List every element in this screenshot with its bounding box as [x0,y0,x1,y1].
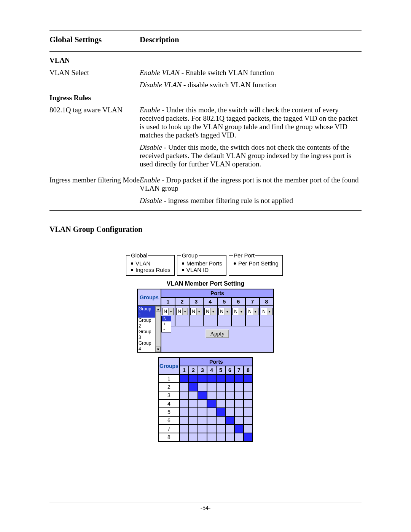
list-item[interactable]: Group 4 [138,340,155,352]
status-cell [198,425,207,433]
status-cell [189,408,198,416]
em-tagaware-disable: Disable [140,143,162,151]
group-listbox[interactable]: Group 1 Group 2 Group 3 Group 4 ▲ ▼ [137,306,161,352]
port2-select[interactable]: N▼ [176,308,188,315]
header-global-settings: Global Settings [49,34,140,48]
fieldset-global: Global VLAN Ingress Rules [126,252,175,276]
list-item[interactable]: Group 3 [138,329,155,340]
status-cell [244,433,253,441]
fieldset-row: Global VLAN Ingress Rules Group Member P… [126,252,285,276]
bottom-rule [49,210,362,211]
listbox-scrollbar[interactable]: ▲ ▼ [155,306,161,352]
apply-button[interactable]: Apply [206,329,229,338]
link-vlan[interactable]: VLAN [131,260,170,267]
mps-port-2: 2 [175,297,189,306]
link-ingress-rules[interactable]: Ingress Rules [131,267,170,273]
em-imf-disable: Disable [140,197,162,204]
status-cell [198,374,207,383]
select-option[interactable]: N [162,316,171,321]
port7-select[interactable]: N▼ [247,308,258,315]
status-cell [225,374,234,383]
status-port-5: 5 [216,366,225,374]
link-member-ports[interactable]: Member Ports [182,260,222,267]
fieldset-group: Group Member Ports VLAN ID [177,252,226,276]
port1-select-popup: N + - [161,316,171,332]
port1-select[interactable]: N▼ N + - [162,308,174,315]
status-port-2: 2 [189,366,198,374]
port4-select[interactable]: N▼ [204,308,216,315]
status-port-8: 8 [244,366,253,374]
status-cell [216,374,225,383]
select-option[interactable]: - [162,327,171,332]
mps-port-3: 3 [189,297,203,306]
status-cell [207,383,216,391]
status-cell [189,433,198,441]
desc-vlan-select: Enable VLAN - Enable switch VLAN functio… [140,67,362,92]
link-per-port-setting[interactable]: Per Port Setting [234,260,279,267]
status-cell [234,399,244,408]
status-row-header: 2 [158,383,180,391]
port5-select[interactable]: N▼ [218,308,230,315]
status-cell [216,416,225,425]
port6-select[interactable]: N▼ [233,308,244,315]
port8-select[interactable]: N▼ [261,308,272,315]
status-cell [244,374,253,383]
status-cell [234,416,244,425]
status-port-7: 7 [234,366,244,374]
status-cell [216,399,225,408]
status-cell [244,425,253,433]
link-vlan-id[interactable]: VLAN ID [182,267,222,273]
status-cell [180,433,189,441]
status-cell [244,416,253,425]
status-ports-header: Ports [180,358,253,366]
port1-cell: N▼ N + - [161,306,175,326]
bullet-icon [182,262,184,265]
mps-port-7: 7 [245,297,260,306]
status-cell [244,391,253,399]
status-port-6: 6 [225,366,234,374]
status-cell [244,383,253,391]
status-cell [234,433,244,441]
scroll-up-icon[interactable]: ▲ [156,306,161,312]
status-row-header: 8 [158,433,180,441]
scroll-track[interactable] [156,312,161,347]
em-tagaware-enable: Enable [140,106,160,114]
legend-per-port: Per Port [233,252,255,259]
status-cell [207,425,216,433]
status-cell [216,391,225,399]
header-description: Description [140,34,362,48]
list-item[interactable]: Group 2 [138,318,155,329]
chevron-down-icon: ▼ [196,308,202,315]
port3-select[interactable]: N▼ [190,308,202,315]
status-cell [225,408,234,416]
status-cell [216,433,225,441]
status-row-header: 5 [158,408,180,416]
list-item[interactable]: Group 1 [138,306,155,318]
label-tag-aware: 802.1Q tag aware VLAN [49,104,140,174]
status-cell [189,391,198,399]
status-cell [198,383,207,391]
status-cell [198,391,207,399]
status-cell [225,416,234,425]
status-cell [234,391,244,399]
status-cell [180,408,189,416]
chevron-down-icon: ▼ [225,308,230,315]
status-cell [225,433,234,441]
scroll-down-icon[interactable]: ▼ [156,347,161,352]
status-row-header: 7 [158,425,180,433]
vlan-group-config-title: VLAN Group Configuration [49,225,362,234]
status-cell [216,383,225,391]
mps-port-8: 8 [260,297,274,306]
chevron-down-icon: ▼ [210,308,216,315]
fieldset-per-port: Per Port Per Port Setting [229,252,283,276]
mps-port-1: 1 [161,297,175,306]
em-imf-enable: Enable [140,176,160,184]
select-option[interactable]: + [162,321,171,327]
chevron-down-icon: ▼ [182,308,188,315]
status-cell [234,383,244,391]
page-number: -54- [49,505,362,511]
status-cell [198,408,207,416]
bullet-icon [234,262,236,265]
status-cell [189,383,198,391]
member-port-setting-title: VLAN Member Port Setting [137,280,274,287]
